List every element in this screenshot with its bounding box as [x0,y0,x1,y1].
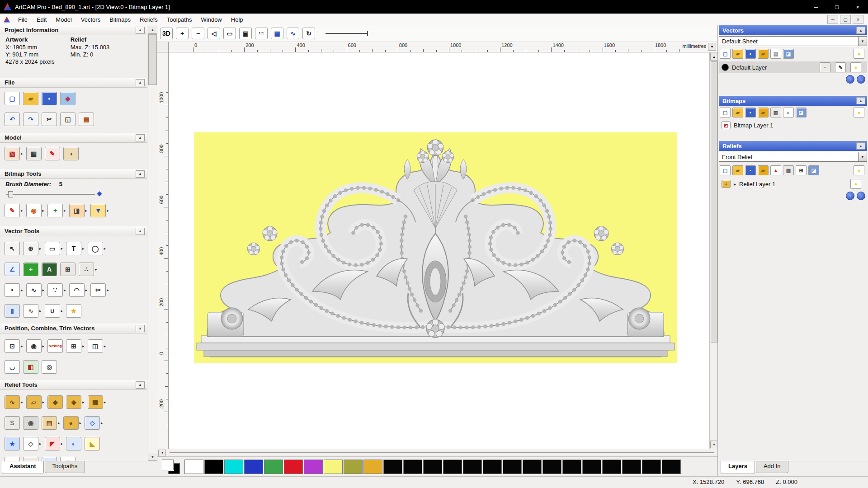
palette-swatch-black-3[interactable] [403,460,422,474]
envelope-distortion-flyout-arrow[interactable]: ▸ [101,421,103,425]
adjust-model-lighting[interactable]: ◑ [63,147,79,160]
colour-picker[interactable]: +▸ [47,204,66,217]
join-vectors[interactable]: ∪▸ [45,304,63,318]
palette-swatch-black-9[interactable] [523,460,542,474]
delete-vector-layer[interactable]: ◪ [783,49,794,59]
save-model[interactable]: ▪ [42,92,57,105]
trim-vectors[interactable]: ✂▸ [90,283,109,297]
palette-swatch-black-14[interactable] [622,460,641,474]
snap-points-flyout-arrow[interactable]: ▸ [95,267,97,272]
edit-colours[interactable]: ◨▸ [69,204,88,217]
flood-fill-flyout-arrow[interactable]: ▸ [107,208,109,213]
shape-editor[interactable]: ◆ [47,395,63,409]
collapse-bitmap-tools-button[interactable]: ▲ [136,170,145,178]
menu-edit[interactable]: Edit [32,14,51,25]
redo[interactable]: ↷ [23,113,38,126]
extrude-relief[interactable]: ◇▸ [23,437,42,450]
merge-relief-layers[interactable]: ▥ [783,165,794,175]
zoom-out[interactable]: − [192,28,204,39]
edit-layer[interactable]: ✎ [835,62,846,72]
texture-wizard-flyout-arrow[interactable]: ▸ [104,400,106,404]
join-vectors-flyout-arrow[interactable]: ▸ [61,309,63,313]
palette-swatch-cyan[interactable] [224,460,243,474]
zoom-previous[interactable]: ◁ [208,28,220,39]
transform-vectors[interactable]: ⊕▸ [23,242,42,255]
node-editing[interactable]: ∵▸ [47,283,66,297]
new-bitmap-layer[interactable]: ▢ [720,108,731,117]
set-model-size-flyout-arrow[interactable]: ▸ [21,151,23,156]
fit-curve[interactable]: ∿▸ [23,304,42,318]
transform-vectors-flyout-arrow[interactable]: ▸ [39,246,42,251]
delete-bitmap-layer[interactable]: ◪ [796,108,807,117]
palette-swatch-black-10[interactable] [542,460,561,474]
menu-model[interactable]: Model [51,14,76,25]
paint-selective[interactable]: ◉▸ [26,204,45,217]
weld-vectors-flyout-arrow[interactable]: ▸ [104,344,106,348]
copy[interactable]: ◱ [60,113,75,126]
paint-brush-flyout-arrow[interactable]: ▸ [21,208,23,213]
collapse-vector-tools-button[interactable]: ▲ [136,228,145,235]
palette-swatch-black-4[interactable] [423,460,442,474]
zoom-in[interactable]: + [176,28,189,39]
palette-swatch-black-15[interactable] [642,460,661,474]
palette-swatch-pale-yellow[interactable] [324,460,343,474]
palette-swatch-black-2[interactable] [383,460,402,474]
layer-colour-swatch[interactable] [722,64,729,71]
slider-track[interactable] [6,194,95,195]
viewport-vertical-scrollbar[interactable]: ▲ ▼ [709,52,718,449]
child-minimize-button[interactable]: ─ [827,15,838,24]
zoom-1to1[interactable]: 1:1 [255,28,268,39]
view-3d[interactable]: 3D [160,28,173,39]
palette-swatch-black-13[interactable] [602,460,621,474]
turn-relief[interactable]: ◤▸ [45,437,63,450]
viewport-scroll-down-button[interactable]: ▼ [710,441,718,448]
viewport-hscroll-track[interactable] [170,452,714,453]
clipart-library[interactable]: ▤▸ [42,416,60,430]
open-bitmap-layer[interactable]: ▰ [732,108,743,117]
nesting[interactable]: Nesting [47,339,63,353]
relief-layer-row[interactable]: + ▸ Relief Layer 1 ● [719,178,867,190]
face-wizard[interactable]: ◕▸ [63,416,82,430]
maximize-button[interactable]: □ [826,0,847,14]
bitmap-layer-name[interactable]: Bitmap Layer 1 [734,122,773,129]
palette-swatch-olive[interactable] [344,460,363,474]
weave-wizard[interactable]: ◉ [23,416,38,430]
palette-swatch-red[interactable] [284,460,303,474]
tab-layers[interactable]: Layers [721,461,755,474]
set-model-size[interactable]: ▧▸ [5,147,23,160]
fillet-tool[interactable]: ◡ [5,360,20,374]
scrollbar-thumb[interactable] [148,34,157,85]
new-relief-layer[interactable]: ▢ [720,165,731,175]
set-model-position[interactable]: ▦ [26,147,42,160]
open-vector-layer[interactable]: ▰ [732,49,743,59]
freehand-curve-flyout-arrow[interactable]: ▸ [42,288,45,292]
paint-selective-flyout-arrow[interactable]: ▸ [42,208,45,213]
palette-swatch-black-12[interactable] [582,460,601,474]
node-editing-flyout-arrow[interactable]: ▸ [64,288,66,292]
create-point[interactable]: •▸ [5,283,23,297]
ruler-corner[interactable] [157,42,169,52]
open-model[interactable]: ▰ [23,92,38,105]
new-model[interactable]: ▢ [5,92,20,105]
minimize-button[interactable]: ─ [806,0,826,14]
two-rail-sweep[interactable]: ★ [5,437,20,450]
collapse-position-combine-button[interactable]: ▲ [136,325,145,332]
move-layer-down-button[interactable]: ↓ [857,75,865,84]
texture-wizard[interactable]: ▦▸ [88,395,106,409]
select-vectors[interactable]: ↖ [5,242,20,255]
collapse-relief-tools-button[interactable]: ▲ [136,381,145,389]
create-spiral[interactable]: ◎ [42,360,57,374]
envelope-distortion[interactable]: ◇▸ [85,416,103,430]
palette-swatch-gold[interactable] [363,460,382,474]
move-relief-down-button[interactable]: ↓ [857,192,865,200]
palette-swatch-black-5[interactable] [443,460,462,474]
smooth-relief-flyout-arrow[interactable]: ▸ [42,400,45,404]
emboss-wizard[interactable]: ◈▸ [66,395,85,409]
text-in-a-box[interactable]: A [42,263,57,276]
import-vector-layer[interactable]: ▰ [758,49,769,59]
trim-vectors-flyout-arrow[interactable]: ▸ [107,288,109,292]
block-copy-flyout-arrow[interactable]: ▸ [82,344,85,348]
clip-vectors[interactable]: ◧ [23,360,38,374]
smoothing[interactable]: S [5,416,20,430]
toggle-all-relief-visibility[interactable]: ● [854,165,864,175]
